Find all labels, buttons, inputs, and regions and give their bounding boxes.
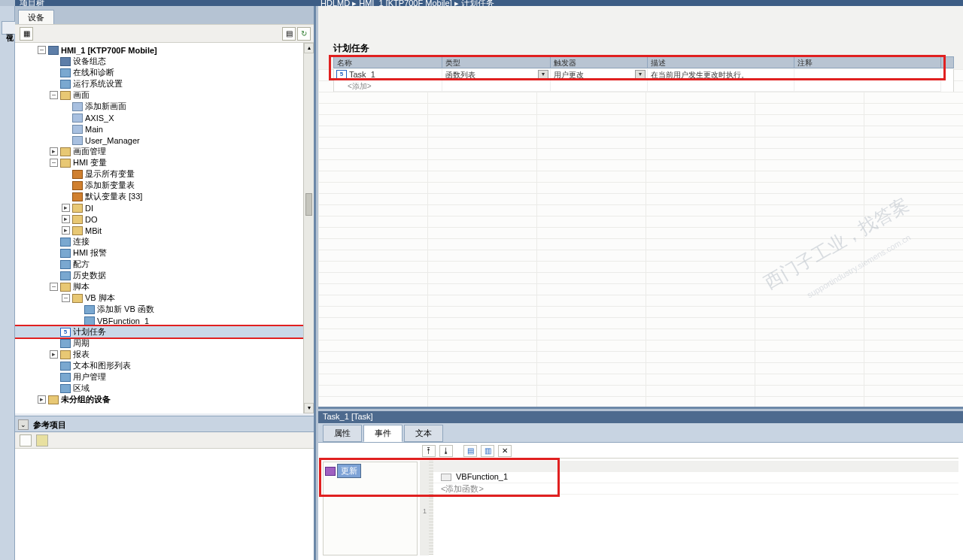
- expand-icon[interactable]: –: [50, 283, 58, 291]
- folder-icon: [60, 147, 71, 156]
- cell-type-dropdown[interactable]: 函数列表: [442, 69, 551, 80]
- event-function-grid: 1 VBFunction_1 <添加函数>: [420, 461, 958, 555]
- expand-icon[interactable]: ▸: [62, 226, 70, 235]
- cell-comment[interactable]: [794, 69, 941, 80]
- ref-btn-2-icon[interactable]: [36, 434, 48, 446]
- expand-icon[interactable]: –: [50, 91, 58, 99]
- col-type[interactable]: 类型: [442, 57, 551, 68]
- expand-icon[interactable]: ▸: [50, 350, 58, 359]
- cell-trigger-dropdown[interactable]: 用户更改: [551, 69, 648, 80]
- function-row[interactable]: [433, 461, 958, 472]
- col-trigger[interactable]: 触发器: [551, 57, 648, 68]
- tree-node-screenmgmt[interactable]: ▸画面管理: [15, 146, 314, 157]
- event-btn-down-icon[interactable]: ⭳: [439, 445, 453, 457]
- toolbar-refresh-icon[interactable]: ↻: [297, 27, 311, 41]
- event-item-update[interactable]: 更新: [337, 464, 361, 478]
- left-tab-bar: 设备: [15, 6, 314, 24]
- screen-icon: [72, 136, 83, 145]
- tree-node-textlists[interactable]: 文本和图形列表: [15, 360, 314, 371]
- expand-icon[interactable]: –: [50, 159, 58, 167]
- tree-node-online[interactable]: 在线和诊断: [15, 67, 314, 78]
- expand-icon[interactable]: –: [62, 294, 70, 302]
- tree-node-deftagtable[interactable]: 默认变量表 [33]: [15, 191, 314, 202]
- breadcrumb: HDLMD ▸ HMI_1 [KTP700F Mobile] ▸ 计划任务: [316, 0, 963, 6]
- tree-node-vbscripts[interactable]: –VB 脚本: [15, 292, 314, 304]
- tag-icon: [72, 192, 83, 201]
- tree-node-axis[interactable]: AXIS_X: [15, 112, 314, 123]
- tree-node-addscreen[interactable]: 添加新画面: [15, 101, 314, 112]
- tree-node-usermgmt[interactable]: 用户管理: [15, 371, 314, 383]
- line-number: 1: [423, 507, 427, 515]
- event-btn-delete-icon[interactable]: ✕: [498, 445, 512, 457]
- tree-node-runtime[interactable]: 运行系统设置: [15, 78, 314, 89]
- tree-node-scheduler[interactable]: 5计划任务: [15, 326, 314, 338]
- tree-node-showalltags[interactable]: 显示所有变量: [15, 168, 314, 180]
- tree-node-mbit[interactable]: ▸MBit: [15, 225, 314, 236]
- tree-node-usermanager[interactable]: User_Manager: [15, 135, 314, 146]
- tree-node-main[interactable]: Main: [15, 123, 314, 135]
- expand-icon[interactable]: ▸: [38, 395, 46, 404]
- tree-node-do[interactable]: ▸DO: [15, 213, 314, 225]
- toolbar-action-icon[interactable]: ▦: [20, 27, 33, 41]
- table-row[interactable]: 5Task_1 函数列表 用户更改 在当前用户发生更改时执行。: [333, 69, 954, 80]
- tree-node-scripts[interactable]: –脚本: [15, 281, 314, 292]
- history-icon: [60, 271, 71, 280]
- function-row-vbfunction[interactable]: VBFunction_1: [433, 472, 958, 483]
- tree-node-reports[interactable]: ▸报表: [15, 349, 314, 360]
- add-icon: [84, 305, 95, 314]
- scroll-up-icon[interactable]: ▴: [304, 43, 314, 53]
- tree-scrollbar[interactable]: ▴ ▾: [303, 43, 314, 413]
- tree-node-connections[interactable]: 连接: [15, 236, 314, 247]
- scroll-thumb[interactable]: [305, 193, 312, 216]
- conn-icon: [60, 238, 71, 247]
- tree-node-vbfunction1[interactable]: VBFunction_1: [15, 315, 314, 326]
- tree-node-addtagtable[interactable]: 添加新变量表: [15, 180, 314, 191]
- splitter-handle[interactable]: [429, 461, 433, 555]
- expand-icon[interactable]: ▸: [62, 204, 70, 212]
- tree-node-hmi[interactable]: –HMI_1 [KTP700F Mobile]: [15, 44, 314, 56]
- expand-icon[interactable]: ▸: [50, 147, 58, 156]
- side-tab-visualization[interactable]: 可视化: [2, 21, 17, 35]
- tree-node-addvb[interactable]: 添加新 VB 函数: [15, 304, 314, 315]
- table-row-add[interactable]: <添加>: [333, 80, 954, 92]
- collapse-icon[interactable]: ⌄: [18, 419, 29, 430]
- folder-icon: [72, 215, 83, 224]
- col-comment[interactable]: 注释: [794, 57, 941, 68]
- toolbar-view-icon[interactable]: ▤: [282, 27, 296, 41]
- ref-btn-1-icon[interactable]: [20, 434, 32, 446]
- event-btn-indent-icon[interactable]: ▥: [481, 445, 494, 457]
- tag-icon: [72, 170, 83, 179]
- col-name[interactable]: 名称: [334, 57, 442, 68]
- tab-properties[interactable]: 属性: [323, 425, 362, 442]
- tree-node-screens[interactable]: –画面: [15, 89, 314, 101]
- tab-devices[interactable]: 设备: [18, 10, 54, 25]
- event-btn-outdent-icon[interactable]: ▤: [463, 445, 477, 457]
- tree-node-areas[interactable]: 区域: [15, 383, 314, 394]
- cell-name[interactable]: 5Task_1: [334, 69, 442, 80]
- tree-node-cycles[interactable]: 周期: [15, 338, 314, 349]
- event-btn-up-icon[interactable]: ⭱: [422, 445, 436, 457]
- tree-node-recipes[interactable]: 配方: [15, 259, 314, 270]
- tree-node-alarms[interactable]: HMI 报警: [15, 247, 314, 259]
- left-toolbar: ▦ ▤ ↻: [15, 24, 314, 43]
- tab-texts[interactable]: 文本: [404, 425, 443, 442]
- cycle-icon: [60, 339, 71, 348]
- col-desc[interactable]: 描述: [648, 57, 794, 68]
- scroll-down-icon[interactable]: ▾: [304, 403, 314, 413]
- scheduler-editor: 计划任务 名称 类型 触发器 描述 注释 5Task_1 函数列表 用户更改 在…: [318, 6, 963, 409]
- tree-node-devcfg[interactable]: 设备组态: [15, 56, 314, 67]
- tree-node-hmitags[interactable]: –HMI 变量: [15, 157, 314, 168]
- cell-desc[interactable]: 在当前用户发生更改时执行。: [648, 69, 794, 80]
- project-tree: –HMI_1 [KTP700F Mobile] 设备组态 在线和诊断 运行系统设…: [15, 43, 314, 413]
- folder-icon: [60, 350, 71, 359]
- tree-node-ungrouped[interactable]: ▸未分组的设备: [15, 394, 314, 405]
- task-icon: 5: [336, 70, 347, 79]
- cell-add[interactable]: <添加>: [334, 80, 442, 92]
- expand-icon[interactable]: ▸: [62, 215, 70, 223]
- expand-icon[interactable]: –: [38, 46, 46, 54]
- function-row-add[interactable]: <添加函数>: [433, 483, 958, 495]
- tree-node-di[interactable]: ▸DI: [15, 202, 314, 213]
- tree-node-history[interactable]: 历史数据: [15, 270, 314, 281]
- tab-events[interactable]: 事件: [363, 425, 403, 442]
- recipe-icon: [60, 260, 71, 269]
